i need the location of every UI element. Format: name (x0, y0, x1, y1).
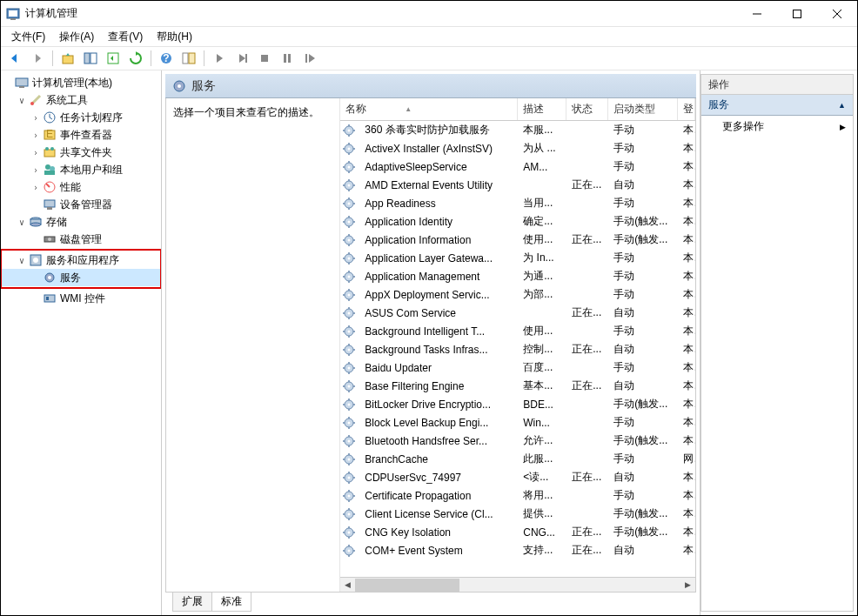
actions-more-label: 更多操作 (722, 119, 764, 134)
service-row[interactable]: Certificate Propagation将用...手动本 (340, 486, 695, 505)
maximize-button[interactable] (777, 1, 817, 27)
collapse-icon[interactable]: ∨ (15, 218, 29, 227)
service-status: 正在... (566, 525, 608, 539)
chevron-right-icon: ▶ (840, 123, 846, 131)
gear-icon (342, 142, 356, 156)
tree-services[interactable]: 服务 (1, 269, 161, 286)
properties-button[interactable] (178, 49, 199, 68)
col-logon[interactable]: 登 (678, 98, 695, 120)
col-name[interactable]: 名称▲ (340, 98, 518, 120)
tree-local-users[interactable]: ›本地用户和组 (1, 161, 161, 178)
scroll-left-icon[interactable]: ◀ (340, 578, 355, 593)
collapse-icon[interactable]: ∨ (15, 96, 29, 105)
gear-icon (43, 271, 57, 285)
tree-services-apps[interactable]: ∨ 服务和应用程序 (1, 251, 161, 269)
service-row[interactable]: Baidu Updater百度...手动本 (340, 358, 695, 377)
service-name: BitLocker Drive Encryptio... (359, 398, 518, 411)
service-row[interactable]: ActiveX Installer (AxInstSV)为从 ...手动本 (340, 139, 695, 157)
export-button[interactable] (103, 49, 124, 68)
service-logon: 本 (678, 506, 695, 521)
tree-wmi[interactable]: WMI 控件 (1, 290, 161, 307)
minimize-button[interactable] (737, 1, 777, 27)
service-row[interactable]: AMD External Events Utility正在...自动本 (340, 176, 695, 194)
service-row[interactable]: AppX Deployment Servic...为部...手动本 (340, 285, 695, 304)
service-row[interactable]: Background Intelligent T...使用...手动本 (340, 322, 695, 340)
service-row[interactable]: AdaptiveSleepServiceAM...手动本 (340, 157, 695, 176)
tab-standard[interactable]: 标准 (211, 593, 251, 612)
service-desc: 为 In... (518, 251, 566, 265)
tree-task-scheduler[interactable]: ›任务计划程序 (1, 109, 161, 126)
expand-icon[interactable]: › (29, 113, 43, 123)
service-row[interactable]: BitLocker Drive Encryptio...BDE...手动(触发.… (340, 395, 695, 413)
tree-device-manager[interactable]: 设备管理器 (1, 196, 161, 213)
stop-service-button[interactable] (254, 49, 275, 68)
service-row[interactable]: 360 杀毒实时防护加载服务本服...手动本 (340, 121, 695, 139)
service-row[interactable]: Client License Service (Cl...提供...手动(触发.… (340, 505, 695, 523)
tab-extended[interactable]: 扩展 (172, 593, 212, 612)
pause-service-button[interactable] (231, 49, 252, 68)
show-hide-tree-button[interactable] (80, 49, 101, 68)
service-desc: <读... (518, 470, 566, 485)
disk-icon (43, 232, 57, 246)
svg-point-43 (48, 276, 51, 279)
expand-icon[interactable]: › (29, 165, 43, 175)
svg-point-61 (348, 165, 351, 168)
tree-system-tools[interactable]: ∨ 系统工具 (1, 91, 161, 109)
expand-icon[interactable]: › (29, 148, 43, 157)
service-row[interactable]: Base Filtering Engine基本...正在...自动本 (340, 377, 695, 395)
service-row[interactable]: COM+ Event System支持...正在...自动本 (340, 541, 695, 559)
tree-label: WMI 控件 (60, 291, 105, 306)
close-button[interactable] (817, 1, 857, 27)
service-row[interactable]: Application Management为通...手动本 (340, 267, 695, 285)
service-row[interactable]: ASUS Com Service正在...自动本 (340, 304, 695, 322)
service-row[interactable]: BranchCache此服...手动网 (340, 450, 695, 468)
service-row[interactable]: Block Level Backup Engi...Win...手动本 (340, 413, 695, 432)
menu-action[interactable]: 操作(A) (52, 28, 101, 46)
svg-rect-17 (284, 54, 286, 63)
collapse-icon[interactable]: ∨ (15, 256, 29, 265)
service-row[interactable]: Bluetooth Handsfree Ser...允许...手动(触发...本 (340, 432, 695, 450)
start-service-button[interactable] (209, 49, 230, 68)
list-body[interactable]: 360 杀毒实时防护加载服务本服...手动本ActiveX Installer … (340, 121, 695, 577)
refresh-button[interactable] (125, 49, 146, 68)
service-logon: 本 (678, 214, 695, 229)
service-row[interactable]: Background Tasks Infras...控制...正在...自动本 (340, 340, 695, 358)
menu-file[interactable]: 文件(F) (4, 28, 52, 46)
scroll-thumb[interactable] (355, 579, 459, 592)
scroll-right-icon[interactable]: ▶ (680, 578, 695, 593)
service-row[interactable]: App Readiness当用...手动本 (340, 194, 695, 212)
expand-icon[interactable]: › (29, 131, 43, 140)
navigation-tree[interactable]: 计算机管理(本地) ∨ 系统工具 ›任务计划程序 ›E事件查看器 ›共享文件夹 (1, 70, 162, 615)
gear-icon (342, 288, 356, 302)
col-startup[interactable]: 启动类型 (608, 98, 678, 120)
service-row[interactable]: Application Identity确定...手动(触发...本 (340, 212, 695, 231)
restart-service-button[interactable] (277, 49, 298, 68)
tree-disk-management[interactable]: 磁盘管理 (1, 231, 161, 248)
menu-help[interactable]: 帮助(H) (150, 28, 199, 46)
expand-icon[interactable]: › (29, 183, 43, 192)
tree-shared-folders[interactable]: ›共享文件夹 (1, 144, 161, 161)
tree-performance[interactable]: ›性能 (1, 178, 161, 196)
service-row[interactable]: CDPUserSvc_74997<读...正在...自动本 (340, 468, 695, 486)
up-button[interactable] (57, 49, 78, 68)
tree-storage[interactable]: ∨ 存储 (1, 213, 161, 231)
help-button[interactable]: ? (156, 49, 177, 68)
service-name: Bluetooth Handsfree Ser... (359, 435, 518, 447)
svg-point-85 (348, 238, 351, 241)
menu-view[interactable]: 查看(V) (101, 28, 150, 46)
resume-service-button[interactable] (299, 49, 320, 68)
horizontal-scrollbar[interactable]: ◀ ▶ (340, 577, 695, 592)
forward-button[interactable] (27, 49, 48, 68)
service-row[interactable]: Application Layer Gatewa...为 In...手动本 (340, 249, 695, 267)
tree-event-viewer[interactable]: ›E事件查看器 (1, 126, 161, 144)
svg-point-121 (348, 348, 351, 351)
actions-more[interactable]: 更多操作 ▶ (701, 116, 853, 137)
service-row[interactable]: CNG Key IsolationCNG...正在...手动(触发...本 (340, 523, 695, 541)
col-status[interactable]: 状态 (566, 98, 608, 120)
actions-section[interactable]: 服务 ▲ (701, 95, 853, 116)
col-desc[interactable]: 描述 (518, 98, 566, 120)
back-button[interactable] (4, 49, 25, 68)
service-row[interactable]: Application Information使用...正在...手动(触发..… (340, 231, 695, 249)
service-logon: 本 (678, 324, 695, 338)
tree-root[interactable]: 计算机管理(本地) (1, 74, 161, 91)
